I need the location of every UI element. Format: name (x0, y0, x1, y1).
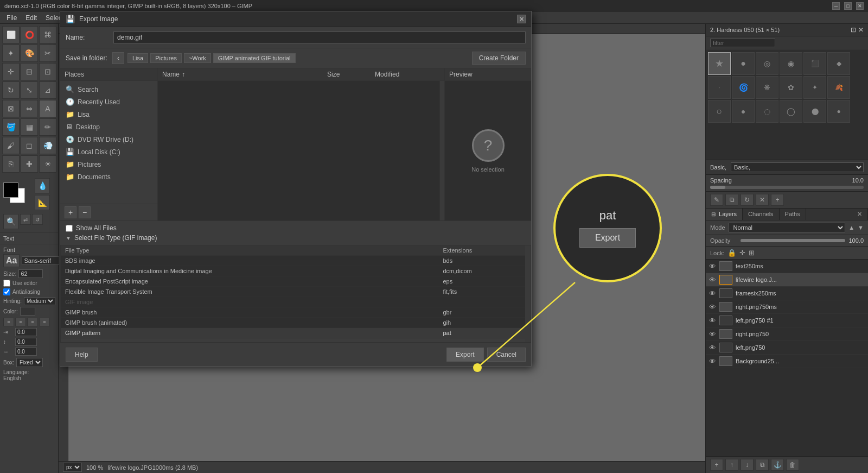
menu-edit[interactable]: Edit (21, 13, 41, 23)
close-btn[interactable]: ✕ (856, 2, 864, 10)
brush-new-btn[interactable]: + (771, 194, 784, 206)
help-btn[interactable]: Help (66, 348, 98, 362)
tab-channels[interactable]: Channels (743, 209, 779, 220)
new-layer-btn[interactable]: + (710, 459, 723, 471)
layer-visible-icon[interactable]: 👁 (709, 303, 716, 311)
files-scrollbar[interactable] (439, 81, 444, 220)
places-item-recently-used[interactable]: 🕐 Recently Used (60, 96, 157, 108)
col-name[interactable]: Name ↑ (162, 71, 323, 78)
brush-cell[interactable]: ○ (708, 100, 731, 123)
justify-right[interactable]: ≡ (27, 318, 38, 326)
places-item-documents[interactable]: 📁 Documents (60, 171, 157, 183)
dialog-close-btn[interactable]: ✕ (517, 15, 526, 23)
lock-pixels-btn[interactable]: 🔒 (727, 249, 736, 257)
maximize-btn[interactable]: □ (844, 2, 852, 10)
lower-layer-btn[interactable]: ↓ (741, 459, 754, 471)
brush-edit-btn[interactable]: ✎ (710, 194, 723, 206)
tool-zoom[interactable]: 🔍 (3, 214, 18, 229)
layer-row[interactable]: 👁 text250ms (706, 260, 868, 273)
tool-perspective[interactable]: ⊠ (2, 100, 20, 117)
tool-align[interactable]: ⊟ (21, 63, 38, 80)
tool-shear[interactable]: ⊿ (39, 81, 56, 99)
brush-cell[interactable]: ⬛ (803, 52, 826, 75)
brush-cell[interactable]: 🌀 (732, 76, 755, 99)
fg-color[interactable] (3, 182, 18, 198)
brush-cell[interactable]: ❋ (756, 76, 778, 99)
places-item-search[interactable]: 🔍 Search (60, 83, 157, 96)
justify-full[interactable]: ≡ (39, 318, 50, 326)
files-list[interactable] (158, 81, 439, 220)
tool-scissors-select[interactable]: ✂ (39, 45, 56, 62)
brush-duplicate-btn[interactable]: ⧉ (725, 194, 738, 206)
brush-cell[interactable]: ◎ (756, 52, 778, 75)
duplicate-layer-btn[interactable]: ⧉ (756, 459, 769, 471)
brush-cell[interactable]: ⬤ (803, 100, 826, 123)
tool-free-select[interactable]: ⌘ (39, 26, 56, 43)
tab-paths[interactable]: Paths (780, 209, 806, 220)
cancel-btn[interactable]: Cancel (487, 348, 526, 362)
filename-input[interactable] (113, 31, 526, 43)
places-item-pictures[interactable]: 📁 Pictures (60, 158, 157, 171)
brush-refresh-btn[interactable]: ↻ (741, 194, 754, 206)
col-file-type[interactable]: File Type (61, 245, 438, 256)
breadcrumb-pictures[interactable]: Pictures (150, 53, 182, 63)
anchor-layer-btn[interactable]: ⚓ (771, 459, 784, 471)
tool-move[interactable]: ✛ (2, 63, 20, 80)
brush-cell-selected[interactable]: ★ (708, 52, 731, 75)
layer-row[interactable]: 👁 right.png750ms (706, 300, 868, 314)
layer-visible-icon[interactable]: 👁 (709, 289, 716, 298)
add-place-btn[interactable]: + (65, 206, 76, 218)
col-size[interactable]: Size (327, 71, 371, 78)
filetype-scrollbar[interactable] (525, 245, 531, 342)
header-close-icon[interactable]: ✕ (858, 26, 864, 34)
brushes-grid[interactable]: ★ ● ◎ ◉ ⬛ ◆ · 🌀 ❋ ✿ ✦ 🍂 ○ ● ◌ ◯ ⬤ (706, 50, 868, 160)
places-item-lisa[interactable]: 📁 Lisa (60, 108, 157, 121)
line-spacing-input[interactable] (15, 338, 37, 346)
tool-crop[interactable]: ⊡ (39, 63, 56, 80)
layer-row[interactable]: 👁 Background25... (706, 355, 868, 368)
layer-visible-icon[interactable]: 👁 (709, 344, 716, 352)
brush-cell[interactable]: ● (732, 100, 755, 123)
tool-by-color-select[interactable]: 🎨 (21, 45, 38, 62)
brush-cell[interactable]: 🍂 (827, 76, 850, 99)
tool-heal[interactable]: ✚ (21, 155, 38, 173)
brush-cell[interactable]: ✦ (803, 76, 826, 99)
layer-visible-icon[interactable]: 👁 (709, 262, 716, 270)
export-dialog[interactable]: 💾 Export Image ✕ Name: Save in folder: ‹… (60, 11, 532, 367)
lock-position-btn[interactable]: ✛ (739, 249, 745, 257)
switch-colors-btn[interactable]: ⇌ (20, 214, 31, 225)
box-select[interactable]: Fixed (16, 358, 43, 367)
layer-visible-icon[interactable]: 👁 (709, 276, 716, 284)
table-row[interactable]: GIMP brush gbr (61, 307, 531, 318)
opacity-slider[interactable] (741, 239, 845, 242)
fg-bg-colors[interactable] (3, 182, 31, 206)
default-colors-btn[interactable]: ↺ (32, 214, 43, 225)
table-row-gif[interactable]: GIF image (61, 297, 531, 307)
tool-scale[interactable]: ⤡ (21, 81, 38, 99)
layer-row[interactable]: 👁 left.png750 (706, 341, 868, 355)
col-modified[interactable]: Modified (375, 71, 440, 78)
layer-row[interactable]: 👁 lifewire logo.J... (706, 273, 868, 287)
tool-flip[interactable]: ⇔ (21, 100, 38, 117)
breadcrumb-tutorial[interactable]: GIMP animated GIF tutorial (213, 53, 296, 63)
brush-cell[interactable]: ◌ (756, 100, 778, 123)
layer-visible-icon[interactable]: 👁 (709, 330, 716, 338)
justify-left[interactable]: ≡ (3, 318, 14, 326)
hinting-select[interactable]: Medium (24, 297, 55, 305)
tool-blend[interactable]: ▦ (21, 118, 38, 136)
mode-arrow-down[interactable]: ▼ (858, 224, 864, 231)
mode-arrow-up[interactable]: ▲ (848, 224, 854, 231)
minimize-btn[interactable]: ─ (832, 2, 840, 10)
create-folder-btn[interactable]: Create Folder (472, 52, 526, 65)
breadcrumb-lisa[interactable]: Lisa (127, 53, 148, 63)
font-size-input[interactable] (18, 269, 43, 278)
brush-cell[interactable]: · (708, 76, 731, 99)
tool-eraser[interactable]: ◻ (21, 137, 38, 154)
tool-bucket-fill[interactable]: 🪣 (2, 118, 20, 136)
table-row[interactable]: Flexible Image Transport System fit,fits (61, 287, 531, 297)
justify-center[interactable]: ≡ (15, 318, 26, 326)
table-row[interactable]: Digital Imaging and Communications in Me… (61, 266, 531, 276)
tool-rotate[interactable]: ↻ (2, 81, 20, 99)
places-item-dvd[interactable]: 💿 DVD RW Drive (D:) (60, 133, 157, 146)
antialiasing-checkbox[interactable] (3, 288, 10, 295)
